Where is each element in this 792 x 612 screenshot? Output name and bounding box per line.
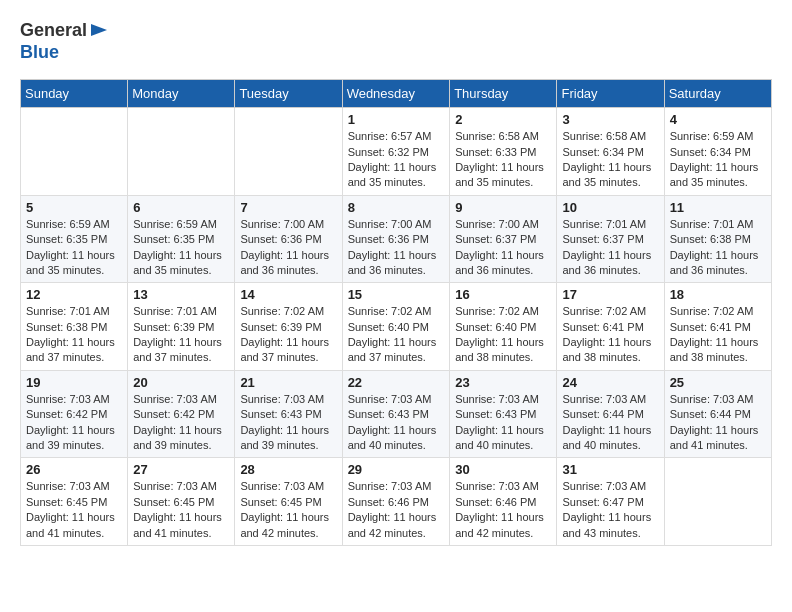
calendar-cell: 5Sunrise: 6:59 AM Sunset: 6:35 PM Daylig… bbox=[21, 195, 128, 283]
calendar-week-row: 26Sunrise: 7:03 AM Sunset: 6:45 PM Dayli… bbox=[21, 458, 772, 546]
calendar-week-row: 5Sunrise: 6:59 AM Sunset: 6:35 PM Daylig… bbox=[21, 195, 772, 283]
calendar-table: SundayMondayTuesdayWednesdayThursdayFrid… bbox=[20, 79, 772, 546]
day-info: Sunrise: 7:03 AM Sunset: 6:44 PM Dayligh… bbox=[670, 392, 766, 454]
calendar-cell: 30Sunrise: 7:03 AM Sunset: 6:46 PM Dayli… bbox=[450, 458, 557, 546]
logo-text: GeneralBlue bbox=[20, 20, 109, 63]
day-info: Sunrise: 7:02 AM Sunset: 6:39 PM Dayligh… bbox=[240, 304, 336, 366]
day-info: Sunrise: 7:03 AM Sunset: 6:46 PM Dayligh… bbox=[348, 479, 445, 541]
calendar-cell: 12Sunrise: 7:01 AM Sunset: 6:38 PM Dayli… bbox=[21, 283, 128, 371]
day-number: 19 bbox=[26, 375, 122, 390]
calendar-cell: 6Sunrise: 6:59 AM Sunset: 6:35 PM Daylig… bbox=[128, 195, 235, 283]
day-info: Sunrise: 7:03 AM Sunset: 6:45 PM Dayligh… bbox=[133, 479, 229, 541]
calendar-cell: 13Sunrise: 7:01 AM Sunset: 6:39 PM Dayli… bbox=[128, 283, 235, 371]
day-info: Sunrise: 7:01 AM Sunset: 6:38 PM Dayligh… bbox=[670, 217, 766, 279]
calendar-cell: 19Sunrise: 7:03 AM Sunset: 6:42 PM Dayli… bbox=[21, 370, 128, 458]
logo-flag-icon bbox=[89, 21, 109, 41]
day-info: Sunrise: 7:03 AM Sunset: 6:42 PM Dayligh… bbox=[133, 392, 229, 454]
logo-blue: Blue bbox=[20, 42, 59, 62]
day-info: Sunrise: 7:02 AM Sunset: 6:40 PM Dayligh… bbox=[348, 304, 445, 366]
day-info: Sunrise: 7:02 AM Sunset: 6:40 PM Dayligh… bbox=[455, 304, 551, 366]
day-number: 7 bbox=[240, 200, 336, 215]
day-number: 11 bbox=[670, 200, 766, 215]
calendar-cell: 11Sunrise: 7:01 AM Sunset: 6:38 PM Dayli… bbox=[664, 195, 771, 283]
calendar-cell: 25Sunrise: 7:03 AM Sunset: 6:44 PM Dayli… bbox=[664, 370, 771, 458]
day-number: 15 bbox=[348, 287, 445, 302]
day-number: 17 bbox=[562, 287, 658, 302]
day-info: Sunrise: 6:57 AM Sunset: 6:32 PM Dayligh… bbox=[348, 129, 445, 191]
day-number: 3 bbox=[562, 112, 658, 127]
day-number: 24 bbox=[562, 375, 658, 390]
logo-general: General bbox=[20, 20, 87, 40]
day-number: 22 bbox=[348, 375, 445, 390]
day-header-saturday: Saturday bbox=[664, 80, 771, 108]
day-info: Sunrise: 7:03 AM Sunset: 6:43 PM Dayligh… bbox=[240, 392, 336, 454]
calendar-cell: 4Sunrise: 6:59 AM Sunset: 6:34 PM Daylig… bbox=[664, 108, 771, 196]
calendar-cell: 26Sunrise: 7:03 AM Sunset: 6:45 PM Dayli… bbox=[21, 458, 128, 546]
day-number: 31 bbox=[562, 462, 658, 477]
calendar-cell: 20Sunrise: 7:03 AM Sunset: 6:42 PM Dayli… bbox=[128, 370, 235, 458]
day-info: Sunrise: 7:00 AM Sunset: 6:37 PM Dayligh… bbox=[455, 217, 551, 279]
day-header-wednesday: Wednesday bbox=[342, 80, 450, 108]
day-number: 25 bbox=[670, 375, 766, 390]
day-number: 12 bbox=[26, 287, 122, 302]
calendar-cell: 17Sunrise: 7:02 AM Sunset: 6:41 PM Dayli… bbox=[557, 283, 664, 371]
day-info: Sunrise: 7:03 AM Sunset: 6:46 PM Dayligh… bbox=[455, 479, 551, 541]
day-info: Sunrise: 7:01 AM Sunset: 6:38 PM Dayligh… bbox=[26, 304, 122, 366]
day-number: 2 bbox=[455, 112, 551, 127]
calendar-cell: 14Sunrise: 7:02 AM Sunset: 6:39 PM Dayli… bbox=[235, 283, 342, 371]
calendar-cell: 24Sunrise: 7:03 AM Sunset: 6:44 PM Dayli… bbox=[557, 370, 664, 458]
calendar-cell: 18Sunrise: 7:02 AM Sunset: 6:41 PM Dayli… bbox=[664, 283, 771, 371]
calendar-week-row: 1Sunrise: 6:57 AM Sunset: 6:32 PM Daylig… bbox=[21, 108, 772, 196]
logo: GeneralBlue bbox=[20, 20, 109, 63]
calendar-cell: 31Sunrise: 7:03 AM Sunset: 6:47 PM Dayli… bbox=[557, 458, 664, 546]
day-number: 29 bbox=[348, 462, 445, 477]
day-number: 28 bbox=[240, 462, 336, 477]
calendar-cell: 3Sunrise: 6:58 AM Sunset: 6:34 PM Daylig… bbox=[557, 108, 664, 196]
calendar-cell: 28Sunrise: 7:03 AM Sunset: 6:45 PM Dayli… bbox=[235, 458, 342, 546]
calendar-cell: 9Sunrise: 7:00 AM Sunset: 6:37 PM Daylig… bbox=[450, 195, 557, 283]
calendar-cell bbox=[128, 108, 235, 196]
day-number: 8 bbox=[348, 200, 445, 215]
day-number: 30 bbox=[455, 462, 551, 477]
calendar-header-row: SundayMondayTuesdayWednesdayThursdayFrid… bbox=[21, 80, 772, 108]
day-info: Sunrise: 6:59 AM Sunset: 6:35 PM Dayligh… bbox=[133, 217, 229, 279]
calendar-week-row: 19Sunrise: 7:03 AM Sunset: 6:42 PM Dayli… bbox=[21, 370, 772, 458]
day-number: 16 bbox=[455, 287, 551, 302]
day-header-thursday: Thursday bbox=[450, 80, 557, 108]
calendar-cell: 21Sunrise: 7:03 AM Sunset: 6:43 PM Dayli… bbox=[235, 370, 342, 458]
day-number: 4 bbox=[670, 112, 766, 127]
day-info: Sunrise: 7:02 AM Sunset: 6:41 PM Dayligh… bbox=[562, 304, 658, 366]
day-header-tuesday: Tuesday bbox=[235, 80, 342, 108]
calendar-cell: 23Sunrise: 7:03 AM Sunset: 6:43 PM Dayli… bbox=[450, 370, 557, 458]
day-info: Sunrise: 6:59 AM Sunset: 6:34 PM Dayligh… bbox=[670, 129, 766, 191]
day-info: Sunrise: 7:03 AM Sunset: 6:43 PM Dayligh… bbox=[348, 392, 445, 454]
calendar-cell: 2Sunrise: 6:58 AM Sunset: 6:33 PM Daylig… bbox=[450, 108, 557, 196]
day-number: 27 bbox=[133, 462, 229, 477]
svg-marker-0 bbox=[91, 24, 107, 36]
day-info: Sunrise: 6:58 AM Sunset: 6:34 PM Dayligh… bbox=[562, 129, 658, 191]
day-info: Sunrise: 7:03 AM Sunset: 6:47 PM Dayligh… bbox=[562, 479, 658, 541]
calendar-cell bbox=[664, 458, 771, 546]
day-number: 18 bbox=[670, 287, 766, 302]
calendar-cell: 15Sunrise: 7:02 AM Sunset: 6:40 PM Dayli… bbox=[342, 283, 450, 371]
calendar-cell: 16Sunrise: 7:02 AM Sunset: 6:40 PM Dayli… bbox=[450, 283, 557, 371]
day-header-sunday: Sunday bbox=[21, 80, 128, 108]
calendar-cell bbox=[21, 108, 128, 196]
day-info: Sunrise: 6:58 AM Sunset: 6:33 PM Dayligh… bbox=[455, 129, 551, 191]
day-info: Sunrise: 7:03 AM Sunset: 6:45 PM Dayligh… bbox=[26, 479, 122, 541]
calendar-cell: 1Sunrise: 6:57 AM Sunset: 6:32 PM Daylig… bbox=[342, 108, 450, 196]
day-info: Sunrise: 7:01 AM Sunset: 6:37 PM Dayligh… bbox=[562, 217, 658, 279]
day-number: 23 bbox=[455, 375, 551, 390]
day-number: 14 bbox=[240, 287, 336, 302]
day-info: Sunrise: 7:00 AM Sunset: 6:36 PM Dayligh… bbox=[348, 217, 445, 279]
day-info: Sunrise: 7:03 AM Sunset: 6:45 PM Dayligh… bbox=[240, 479, 336, 541]
calendar-cell: 8Sunrise: 7:00 AM Sunset: 6:36 PM Daylig… bbox=[342, 195, 450, 283]
day-info: Sunrise: 7:00 AM Sunset: 6:36 PM Dayligh… bbox=[240, 217, 336, 279]
day-info: Sunrise: 7:03 AM Sunset: 6:42 PM Dayligh… bbox=[26, 392, 122, 454]
day-number: 9 bbox=[455, 200, 551, 215]
calendar-cell: 7Sunrise: 7:00 AM Sunset: 6:36 PM Daylig… bbox=[235, 195, 342, 283]
calendar-cell: 22Sunrise: 7:03 AM Sunset: 6:43 PM Dayli… bbox=[342, 370, 450, 458]
day-info: Sunrise: 6:59 AM Sunset: 6:35 PM Dayligh… bbox=[26, 217, 122, 279]
day-number: 5 bbox=[26, 200, 122, 215]
day-info: Sunrise: 7:03 AM Sunset: 6:43 PM Dayligh… bbox=[455, 392, 551, 454]
